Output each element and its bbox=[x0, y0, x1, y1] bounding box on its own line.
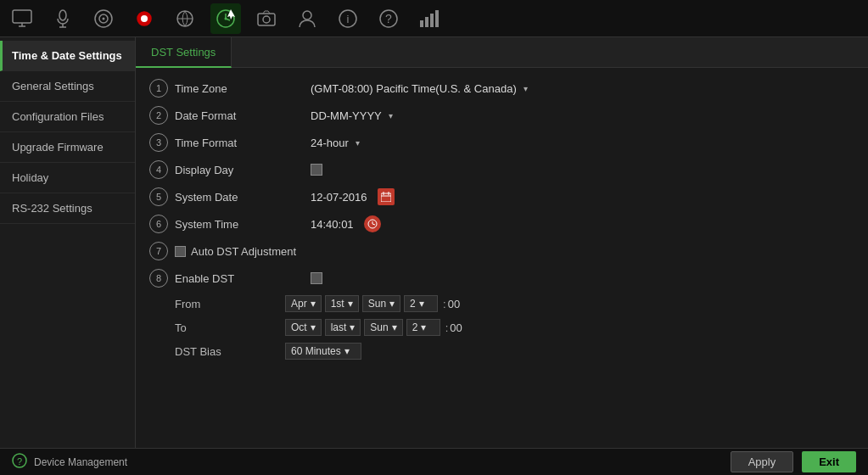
systemdate-text: 12-07-2016 bbox=[311, 191, 367, 204]
monitor-icon[interactable] bbox=[7, 3, 37, 34]
dst-bias-value[interactable]: 60 Minutes ▾ bbox=[285, 343, 361, 360]
dst-bias-row: DST Bias 60 Minutes ▾ bbox=[175, 339, 854, 363]
dst-to-hour[interactable]: 2 ▾ bbox=[406, 319, 440, 336]
timezone-dropdown-arrow[interactable]: ▾ bbox=[524, 84, 528, 93]
dst-from-hour[interactable]: 2 ▾ bbox=[404, 295, 438, 312]
setting-row-timeformat: 3 Time Format 24-hour ▾ bbox=[149, 129, 854, 156]
info-icon[interactable]: i bbox=[333, 3, 363, 34]
datetime-icon[interactable] bbox=[210, 3, 241, 34]
setting-num-2: 2 bbox=[149, 106, 168, 125]
sidebar-item-rs232[interactable]: RS-232 Settings bbox=[0, 193, 135, 224]
value-enabledst bbox=[311, 272, 854, 284]
sidebar-item-general[interactable]: General Settings bbox=[0, 71, 135, 102]
setting-row-autodst: 7 Auto DST Adjustment bbox=[149, 238, 854, 265]
to-colon: : bbox=[445, 321, 449, 334]
svg-point-18 bbox=[263, 16, 270, 23]
label-timeformat: Time Format bbox=[175, 137, 311, 149]
label-displayday: Display Day bbox=[175, 164, 311, 176]
systemtime-text: 14:40:01 bbox=[311, 218, 354, 231]
dst-to-day-dropdown[interactable]: Sun ▾ bbox=[364, 319, 402, 336]
svg-text:i: i bbox=[347, 13, 350, 25]
label-systemtime: System Time bbox=[175, 218, 311, 231]
sidebar-item-holiday[interactable]: Holiday bbox=[0, 163, 135, 193]
dst-bias-dropdown[interactable]: 60 Minutes ▾ bbox=[285, 343, 361, 360]
label-dateformat: Date Format bbox=[175, 109, 311, 122]
displayday-checkbox[interactable] bbox=[311, 164, 322, 176]
calendar-picker-icon[interactable] bbox=[378, 188, 395, 205]
content-area: DST Settings 1 Time Zone (GMT-08:00) Pac… bbox=[136, 37, 868, 448]
setting-num-5: 5 bbox=[149, 187, 168, 206]
svg-point-10 bbox=[141, 15, 148, 22]
sidebar-item-time-date[interactable]: Time & Date Settings bbox=[0, 41, 135, 71]
audio-icon[interactable] bbox=[48, 3, 78, 34]
dst-to-month-text: Oct bbox=[291, 321, 307, 333]
svg-rect-25 bbox=[425, 17, 428, 27]
value-dateformat[interactable]: DD-MM-YYYY ▾ bbox=[311, 109, 854, 122]
dst-to-minute: 00 bbox=[450, 321, 462, 334]
dst-to-month[interactable]: Oct ▾ bbox=[285, 319, 322, 336]
dst-to-hour-arrow: ▾ bbox=[421, 321, 426, 333]
dst-to-hour-dropdown[interactable]: 2 ▾ bbox=[406, 319, 440, 336]
user-icon[interactable] bbox=[292, 3, 322, 34]
dst-to-month-dropdown[interactable]: Oct ▾ bbox=[285, 319, 322, 336]
apply-button[interactable]: Apply bbox=[731, 451, 794, 472]
dst-from-hour-arrow: ▾ bbox=[419, 298, 424, 310]
device-management-icon: ? bbox=[12, 453, 27, 471]
device-management-label: Device Management bbox=[34, 456, 127, 468]
help-icon[interactable]: ? bbox=[373, 3, 404, 34]
dst-from-week-arrow: ▾ bbox=[348, 298, 353, 310]
setting-row-enabledst: 8 Enable DST bbox=[149, 265, 854, 292]
alarm-icon[interactable] bbox=[129, 3, 160, 34]
svg-rect-24 bbox=[420, 20, 423, 27]
value-timezone[interactable]: (GMT-08:00) Pacific Time(U.S. & Canada) … bbox=[311, 82, 854, 95]
value-timeformat[interactable]: 24-hour ▾ bbox=[311, 137, 854, 149]
dst-from-day[interactable]: Sun ▾ bbox=[362, 295, 400, 312]
timeformat-dropdown-arrow[interactable]: ▾ bbox=[356, 138, 360, 148]
dst-bias-label: DST Bias bbox=[175, 345, 285, 358]
svg-point-19 bbox=[303, 11, 311, 20]
settings-body: 1 Time Zone (GMT-08:00) Pacific Time(U.S… bbox=[136, 68, 868, 370]
dateformat-text: DD-MM-YYYY bbox=[311, 109, 382, 122]
dst-bias-arrow: ▾ bbox=[344, 345, 350, 357]
sidebar: Time & Date Settings General Settings Co… bbox=[0, 37, 136, 448]
setting-row-dateformat: 2 Date Format DD-MM-YYYY ▾ bbox=[149, 102, 854, 129]
dst-from-label: From bbox=[175, 298, 285, 310]
sidebar-item-upgrade[interactable]: Upgrade Firmware bbox=[0, 132, 135, 163]
dst-to-day[interactable]: Sun ▾ bbox=[364, 319, 402, 336]
dst-from-month-text: Apr bbox=[291, 298, 307, 310]
signal-icon[interactable] bbox=[414, 3, 445, 34]
svg-line-34 bbox=[372, 224, 375, 225]
dst-from-day-dropdown[interactable]: Sun ▾ bbox=[362, 295, 400, 312]
clock-picker-icon[interactable] bbox=[364, 215, 381, 232]
svg-point-8 bbox=[103, 17, 105, 20]
dst-from-week-dropdown[interactable]: 1st ▾ bbox=[325, 295, 359, 312]
enabledst-checkbox[interactable] bbox=[311, 272, 322, 284]
autodst-text: Auto DST Adjustment bbox=[191, 245, 296, 258]
network-icon[interactable] bbox=[170, 3, 200, 34]
value-systemdate: 12-07-2016 bbox=[311, 188, 854, 205]
dst-from-week-text: 1st bbox=[331, 298, 344, 310]
setting-num-4: 4 bbox=[149, 160, 168, 179]
svg-point-3 bbox=[59, 10, 66, 20]
exit-button[interactable]: Exit bbox=[802, 451, 856, 472]
dst-to-week-dropdown[interactable]: last ▾ bbox=[325, 319, 361, 336]
hdd-icon[interactable] bbox=[88, 3, 119, 34]
autodst-checkbox[interactable] bbox=[175, 246, 186, 257]
dst-from-month[interactable]: Apr ▾ bbox=[285, 295, 322, 312]
setting-row-timezone: 1 Time Zone (GMT-08:00) Pacific Time(U.S… bbox=[149, 75, 854, 102]
setting-num-7: 7 bbox=[149, 242, 168, 260]
timezone-text: (GMT-08:00) Pacific Time(U.S. & Canada) bbox=[311, 82, 517, 95]
sidebar-item-config[interactable]: Configuration Files bbox=[0, 102, 135, 132]
dst-from-hour-dropdown[interactable]: 2 ▾ bbox=[404, 295, 438, 312]
timeformat-text: 24-hour bbox=[311, 137, 349, 149]
camera-icon[interactable] bbox=[251, 3, 282, 34]
dst-from-week[interactable]: 1st ▾ bbox=[325, 295, 359, 312]
dst-to-week[interactable]: last ▾ bbox=[325, 319, 361, 336]
label-enabledst: Enable DST bbox=[175, 272, 311, 285]
setting-num-6: 6 bbox=[149, 215, 168, 233]
dst-from-month-dropdown[interactable]: Apr ▾ bbox=[285, 295, 322, 312]
top-nav-bar: i ? bbox=[0, 0, 868, 37]
dateformat-dropdown-arrow[interactable]: ▾ bbox=[389, 111, 393, 120]
tab-dst-settings[interactable]: DST Settings bbox=[136, 37, 232, 68]
dst-from-row: From Apr ▾ 1st ▾ Sun ▾ bbox=[175, 292, 854, 316]
